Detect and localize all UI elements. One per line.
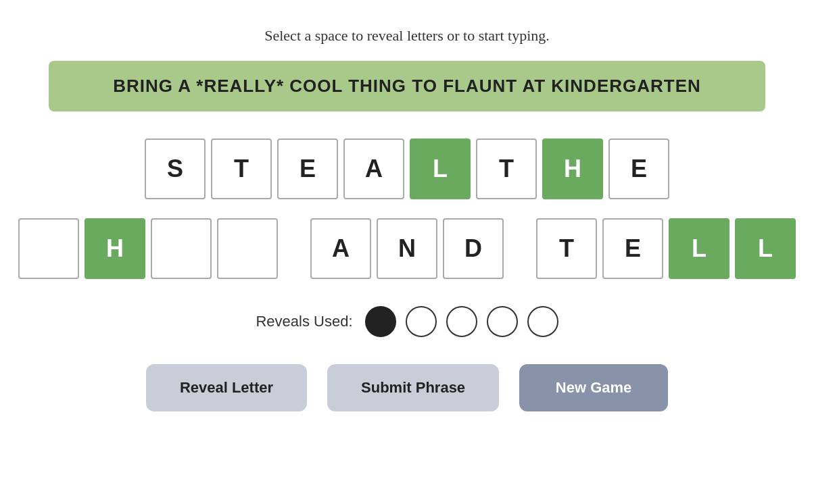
letter-cell-row2-g2-1[interactable]: N — [377, 218, 437, 279]
reveal-circle-3 — [487, 306, 518, 337]
instruction-text: Select a space to reveal letters or to s… — [264, 27, 550, 45]
letter-cell-row1-5[interactable]: T — [476, 138, 537, 199]
row2: HANDTELL — [16, 216, 798, 282]
reveal-letter-button[interactable]: Reveal Letter — [146, 364, 307, 411]
reveal-circle-1 — [406, 306, 437, 337]
letter-cell-row1-7[interactable]: E — [608, 138, 669, 199]
letter-cell-row2-g3-0[interactable]: T — [536, 218, 597, 279]
word-rows: STEALTHE HANDTELL — [14, 136, 800, 282]
letter-cell-row2-g2-2[interactable]: D — [443, 218, 504, 279]
letter-cell-row1-0[interactable]: S — [145, 138, 206, 199]
new-game-button[interactable]: New Game — [519, 364, 668, 411]
letter-cell-row1-4[interactable]: L — [410, 138, 471, 199]
letter-cell-row2-g3-3[interactable]: L — [735, 218, 796, 279]
letter-cell-row2-g3-2[interactable]: L — [669, 218, 729, 279]
reveal-circle-2 — [446, 306, 477, 337]
letter-cell-row1-6[interactable]: H — [542, 138, 603, 199]
submit-phrase-button[interactable]: Submit Phrase — [327, 364, 499, 411]
reveals-label: Reveals Used: — [256, 313, 352, 330]
phrase-banner: BRING A *REALLY* COOL THING TO FLAUNT AT… — [49, 61, 765, 111]
row1: STEALTHE — [142, 136, 672, 202]
letter-cell-row2-g1-3[interactable] — [217, 218, 278, 279]
phrase-banner-text: BRING A *REALLY* COOL THING TO FLAUNT AT… — [113, 76, 701, 96]
letter-cell-row2-g1-0[interactable] — [18, 218, 79, 279]
reveals-row: Reveals Used: — [256, 306, 558, 337]
letter-cell-row2-g1-2[interactable] — [151, 218, 212, 279]
letter-cell-row1-1[interactable]: T — [211, 138, 272, 199]
reveal-circle-0 — [365, 306, 396, 337]
reveal-circle-4 — [527, 306, 558, 337]
letter-cell-row2-g3-1[interactable]: E — [602, 218, 663, 279]
buttons-row: Reveal Letter Submit Phrase New Game — [146, 364, 668, 411]
letter-cell-row1-3[interactable]: A — [343, 138, 404, 199]
letter-cell-row2-g1-1[interactable]: H — [85, 218, 145, 279]
letter-cell-row2-g2-0[interactable]: A — [310, 218, 371, 279]
letter-cell-row1-2[interactable]: E — [277, 138, 338, 199]
